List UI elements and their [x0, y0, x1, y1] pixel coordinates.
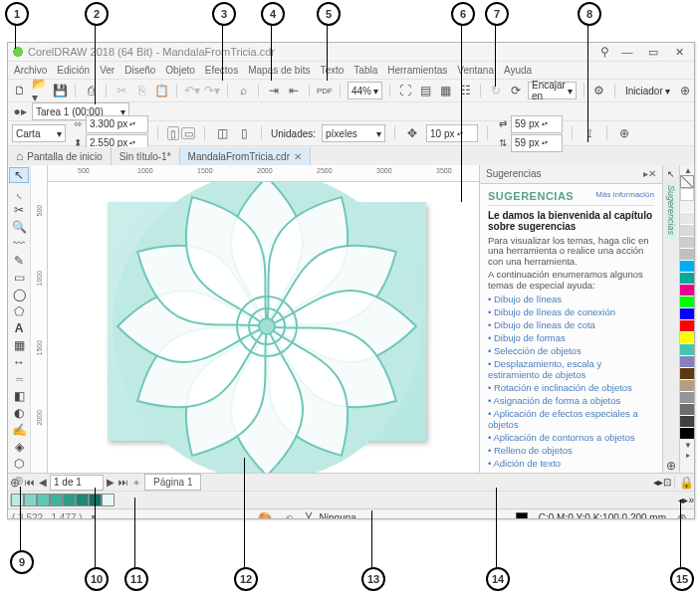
align-distribute-icon[interactable]: ▤ — [417, 83, 433, 99]
menu-texto[interactable]: Texto — [320, 65, 344, 76]
text-tool[interactable]: A — [10, 321, 28, 335]
doc-swatch[interactable] — [76, 494, 89, 506]
hints-topic[interactable]: Dibujo de formas — [488, 332, 654, 343]
view-navigator-icon[interactable]: 🔒 — [678, 475, 694, 491]
vertical-ruler[interactable]: 500 1000 1500 2000 — [31, 165, 48, 473]
hints-topic[interactable]: Relleno de objetos — [488, 445, 654, 456]
color-swatch[interactable] — [680, 368, 694, 380]
hints-topic[interactable]: Aplicación de contornos a objetos — [488, 432, 654, 443]
transparency-tool[interactable]: ◐ — [10, 406, 28, 420]
color-proof-icon[interactable]: 🎨 — [258, 510, 274, 520]
color-swatch[interactable] — [680, 225, 694, 237]
landscape-icon[interactable]: ▭ — [181, 127, 195, 139]
close-button[interactable]: ✕ — [668, 45, 690, 59]
last-page-icon[interactable]: ⏭ — [117, 476, 129, 490]
menu-archivo[interactable]: Archivo — [14, 65, 47, 76]
spinner-icon[interactable]: ▴▾ — [129, 117, 137, 131]
tab-mandala[interactable]: MandalaFromTricia.cdr ✕ — [180, 147, 311, 165]
color-swatch[interactable] — [680, 273, 694, 285]
more-icon[interactable]: ⊕ — [677, 83, 693, 99]
rectangle-tool[interactable]: ▭ — [10, 271, 28, 285]
color-swatch[interactable] — [680, 188, 694, 201]
hints-topic[interactable]: Asignación de forma a objetos — [488, 395, 654, 406]
table-tool[interactable]: ▦ — [10, 338, 28, 352]
hints-topic[interactable]: Desplazamiento, escala y estiramiento de… — [488, 358, 654, 380]
align-icon[interactable]: ▦ — [437, 83, 453, 99]
color-swatch[interactable] — [680, 392, 694, 404]
new-icon[interactable]: 🗋 — [12, 83, 28, 99]
print-icon[interactable]: ⎙ — [83, 83, 99, 99]
outline-tool[interactable]: ⬡ — [10, 457, 28, 471]
ellipse-tool[interactable]: ◯ — [10, 288, 28, 301]
docker-close-icon[interactable]: ▸✕ — [643, 168, 656, 179]
color-swatch[interactable] — [680, 428, 694, 440]
color-swatch[interactable] — [680, 297, 694, 308]
color-swatch[interactable] — [680, 201, 694, 213]
eyedropper-tool[interactable]: ✍ — [10, 423, 28, 437]
menu-tabla[interactable]: Tabla — [353, 65, 377, 76]
zoom-tool[interactable]: 🔍 — [10, 220, 28, 234]
docker-add-icon[interactable]: ⊕ — [664, 459, 678, 473]
color-swatch[interactable] — [680, 344, 694, 356]
dimension-tool[interactable]: ↔ — [10, 355, 28, 369]
more-info-link[interactable]: Más información — [595, 190, 654, 199]
doc-swatch[interactable] — [63, 494, 76, 506]
hints-topic[interactable]: Dibujo de líneas — [488, 294, 654, 304]
color-swatch[interactable] — [680, 308, 694, 320]
hints-topic[interactable]: Dibujo de líneas de cota — [488, 319, 654, 330]
drop-shadow-tool[interactable]: ◧ — [10, 389, 28, 403]
units-dropdown[interactable]: píxeles▾ — [322, 124, 385, 142]
cut-icon[interactable]: ✂ — [114, 83, 129, 99]
hints-topic[interactable]: Selección de objetos — [488, 345, 654, 356]
fullscreen-icon[interactable]: ⛶ — [397, 83, 413, 99]
color-swatch[interactable] — [680, 237, 694, 249]
close-curve-icon[interactable]: ↻ — [488, 83, 504, 99]
color-swatch[interactable] — [680, 416, 694, 428]
record-icon[interactable]: ●▸ — [12, 103, 28, 119]
search-icon[interactable]: ⌕ — [235, 83, 251, 99]
doc-swatch[interactable] — [37, 494, 50, 506]
color-swatch[interactable] — [680, 213, 694, 225]
freehand-tool[interactable]: 〰 — [10, 237, 28, 251]
menu-objeto[interactable]: Objeto — [165, 65, 194, 76]
prev-page-icon[interactable]: ◀ — [37, 476, 49, 490]
artistic-media-tool[interactable]: ✎ — [10, 254, 28, 268]
spinner-icon[interactable]: ▴▾ — [542, 117, 550, 131]
hints-topic[interactable]: Adición de texto — [488, 458, 654, 469]
menu-diseno[interactable]: Diseño — [124, 65, 155, 76]
connector-tool[interactable]: ⎓ — [10, 372, 28, 386]
export-icon[interactable]: ⇤ — [286, 83, 302, 99]
menu-ayuda[interactable]: Ayuda — [504, 65, 532, 76]
palette-flyout-icon[interactable]: ▸ — [680, 450, 695, 460]
polygon-tool[interactable]: ⬠ — [10, 304, 28, 318]
zoom-level[interactable]: 44% ▾ — [348, 82, 382, 100]
fill-tool[interactable]: ◈ — [10, 440, 28, 454]
doc-swatch[interactable] — [102, 494, 115, 506]
paste-icon[interactable]: 📋 — [153, 83, 169, 99]
palette-down-icon[interactable]: ▼ — [680, 440, 695, 450]
docker-arrow-icon[interactable]: ↖ — [667, 169, 675, 179]
menu-edicion[interactable]: Edición — [57, 65, 90, 76]
dup-x-field[interactable]: 59 px▴▾ — [511, 115, 563, 133]
color-swatch[interactable] — [680, 320, 694, 332]
open-icon[interactable]: 📂▾ — [32, 83, 48, 99]
doc-swatch[interactable] — [24, 494, 37, 506]
page-preset[interactable]: Carta▾ — [12, 124, 66, 142]
shape-tool[interactable]: ◟ — [10, 186, 28, 200]
all-pages-icon[interactable]: ◫ — [214, 125, 230, 141]
status-add-icon[interactable]: ⊕ — [674, 510, 690, 520]
redo-icon[interactable]: ↷▾ — [204, 83, 220, 99]
menu-ventana[interactable]: Ventana — [457, 65, 494, 76]
color-swatch[interactable] — [680, 175, 694, 188]
snap-to-dropdown[interactable]: Encajar en▾ — [528, 82, 577, 100]
copy-icon[interactable]: ⎘ — [133, 83, 149, 99]
tab-home[interactable]: ⌂ Pantalla de inicio — [8, 147, 112, 165]
tab-close-icon[interactable]: ✕ — [294, 151, 302, 162]
refresh-icon[interactable]: ⟳ — [508, 83, 524, 99]
minimize-button[interactable]: — — [616, 45, 638, 59]
dup-y-field[interactable]: 59 px▴▾ — [511, 134, 563, 152]
width-field[interactable]: 3.300 px▴▾ — [86, 115, 148, 133]
color-swatch[interactable] — [680, 332, 694, 344]
portrait-icon[interactable]: ▯ — [167, 126, 179, 140]
menu-ver[interactable]: Ver — [100, 65, 115, 76]
